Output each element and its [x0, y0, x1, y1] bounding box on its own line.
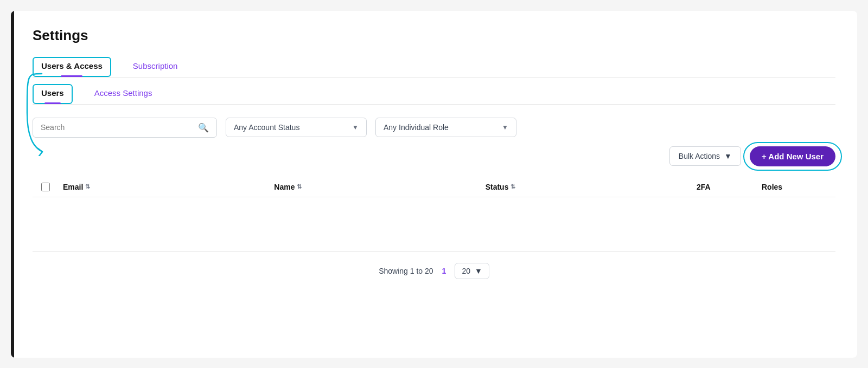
settings-page: Settings Users & Access Subscription Use… — [11, 11, 857, 358]
search-box: 🔍 — [33, 118, 217, 138]
col-2fa: 2FA — [697, 183, 762, 191]
search-input[interactable] — [41, 123, 198, 132]
users-table: Email ⇅ Name ⇅ Status ⇅ 2FA Roles — [33, 177, 835, 230]
top-tabs: Users & Access Subscription — [33, 57, 835, 78]
pagination-row: Showing 1 to 20 1 20 ▼ — [33, 251, 835, 279]
select-all-checkbox-wrapper[interactable] — [41, 183, 63, 191]
individual-role-label: Any Individual Role — [384, 123, 449, 132]
add-new-user-wrapper: + Add New User — [750, 146, 835, 166]
table-header: Email ⇅ Name ⇅ Status ⇅ 2FA Roles — [33, 177, 835, 197]
left-bar — [11, 11, 14, 358]
col-name: Name ⇅ — [274, 183, 485, 191]
pagination-showing: Showing 1 to 20 — [379, 267, 433, 275]
search-icon: 🔍 — [198, 122, 209, 133]
sort-icon-status[interactable]: ⇅ — [510, 183, 515, 190]
second-tabs: Users Access Settings — [33, 78, 835, 105]
pagination-current-page[interactable]: 1 — [442, 267, 446, 275]
chevron-down-icon: ▼ — [352, 124, 359, 131]
chevron-down-icon-2: ▼ — [502, 124, 508, 131]
actions-row: Bulk Actions ▼ + Add New User — [33, 146, 835, 166]
add-new-user-button[interactable]: + Add New User — [750, 146, 835, 166]
sort-icon-email[interactable]: ⇅ — [85, 183, 90, 190]
col-email: Email ⇅ — [63, 183, 274, 191]
chevron-down-icon-3: ▼ — [724, 152, 732, 160]
tab-subscription[interactable]: Subscription — [124, 57, 187, 77]
chevron-down-icon-4: ▼ — [475, 267, 482, 275]
col-roles: Roles — [762, 183, 827, 191]
select-all-checkbox[interactable] — [41, 183, 50, 191]
tab-access-settings[interactable]: Access Settings — [86, 84, 161, 104]
individual-role-dropdown[interactable]: Any Individual Role ▼ — [375, 118, 516, 137]
sort-icon-name[interactable]: ⇅ — [297, 183, 302, 190]
tab-users[interactable]: Users — [33, 84, 73, 104]
page-size-dropdown[interactable]: 20 ▼ — [455, 263, 489, 279]
page-title: Settings — [33, 27, 835, 44]
table-body — [33, 197, 835, 230]
page-size-value: 20 — [462, 267, 470, 275]
col-status: Status ⇅ — [486, 183, 697, 191]
bulk-actions-label: Bulk Actions — [679, 152, 720, 160]
account-status-label: Any Account Status — [234, 123, 299, 132]
tab-users-access[interactable]: Users & Access — [33, 57, 111, 77]
filters-row: 🔍 Any Account Status ▼ Any Individual Ro… — [33, 118, 835, 138]
bulk-actions-button[interactable]: Bulk Actions ▼ — [669, 146, 741, 166]
account-status-dropdown[interactable]: Any Account Status ▼ — [226, 118, 367, 137]
